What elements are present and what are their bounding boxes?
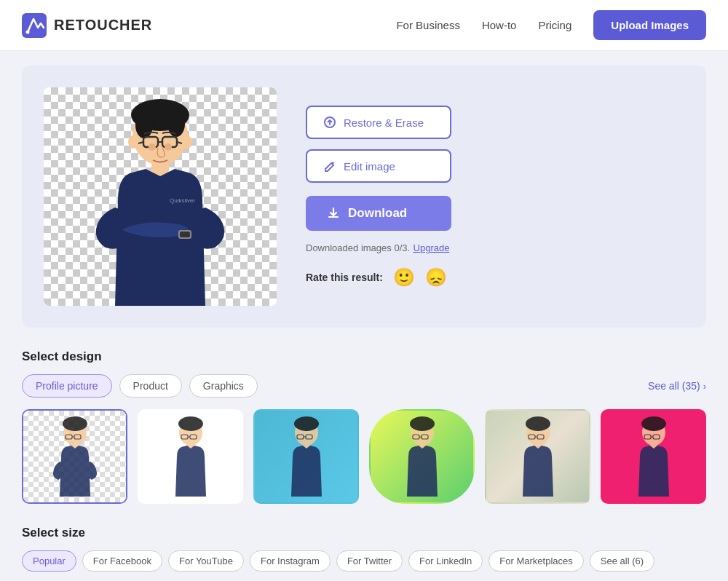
- rate-good-button[interactable]: 🙂: [393, 267, 415, 288]
- main-content: Quiksilver Restore & Erase: [0, 51, 728, 581]
- size-filter-instagram[interactable]: For Instagram: [250, 550, 331, 572]
- see-all-designs[interactable]: See all (35) ›: [648, 380, 706, 392]
- svg-point-18: [165, 143, 172, 151]
- edit-icon: [323, 159, 336, 173]
- svg-point-12: [182, 135, 192, 149]
- svg-point-40: [410, 416, 435, 431]
- image-container: Quiksilver: [44, 87, 277, 306]
- size-filter-linkedin[interactable]: For LinkedIn: [408, 550, 483, 572]
- svg-point-17: [149, 143, 156, 151]
- svg-point-28: [178, 416, 203, 431]
- design-grid: [22, 409, 706, 504]
- design-filter-profile[interactable]: Profile picture: [22, 374, 112, 398]
- svg-point-4: [135, 112, 153, 138]
- mini-person-1: [50, 416, 100, 497]
- upload-images-button[interactable]: Upload Images: [593, 10, 706, 40]
- svg-point-1: [26, 30, 30, 33]
- nav-how-to[interactable]: How-to: [482, 19, 517, 31]
- restore-erase-button[interactable]: Restore & Erase: [306, 106, 451, 139]
- editor-area: Quiksilver Restore & Erase: [22, 66, 706, 328]
- download-info: Downloaded images 0/3. Upgrade: [306, 241, 684, 254]
- rate-row: Rate this result: 🙂 😞: [306, 267, 684, 288]
- design-filter-graphics[interactable]: Graphics: [189, 374, 258, 398]
- design-card-transparent[interactable]: [22, 409, 127, 504]
- svg-point-22: [63, 416, 87, 431]
- design-filter-product[interactable]: Product: [119, 374, 182, 398]
- design-card-blob[interactable]: [369, 409, 475, 504]
- upgrade-link[interactable]: Upgrade: [414, 242, 450, 253]
- size-filter-twitter[interactable]: For Twitter: [336, 550, 403, 572]
- design-section-title: Select design: [22, 349, 706, 364]
- svg-point-46: [526, 416, 550, 431]
- size-filter-marketplaces[interactable]: For Marketplaces: [488, 550, 583, 572]
- design-card-room[interactable]: [485, 409, 590, 504]
- chevron-right-icon: ›: [703, 381, 706, 392]
- size-filter-popular[interactable]: Popular: [22, 550, 76, 572]
- mini-person-3: [281, 416, 332, 497]
- design-card-teal[interactable]: [253, 409, 359, 504]
- main-nav: For Business How-to Pricing Upload Image…: [396, 10, 706, 40]
- mini-person-6: [628, 416, 679, 497]
- logo: RETOUCHER: [22, 13, 152, 38]
- size-filter-youtube[interactable]: For YouTube: [168, 550, 244, 572]
- mini-person-4: [397, 416, 448, 497]
- svg-point-52: [641, 416, 666, 431]
- mini-person-2: [165, 416, 216, 497]
- design-card-white[interactable]: [138, 409, 243, 504]
- size-filter-seeall[interactable]: See all (6): [590, 550, 654, 572]
- person-image: Quiksilver: [66, 95, 255, 306]
- nav-for-business[interactable]: For Business: [396, 19, 460, 31]
- download-icon: [326, 206, 341, 221]
- editor-controls: Restore & Erase Edit image Download Down…: [306, 106, 684, 288]
- svg-point-11: [128, 135, 138, 149]
- rate-bad-button[interactable]: 😞: [425, 267, 447, 288]
- size-filter-facebook[interactable]: For Facebook: [82, 550, 162, 572]
- size-filter-row: Popular For Facebook For YouTube For Ins…: [22, 550, 706, 572]
- nav-pricing[interactable]: Pricing: [538, 19, 571, 31]
- logo-text: RETOUCHER: [54, 17, 152, 33]
- design-filter-row: Profile picture Product Graphics See all…: [22, 374, 706, 398]
- svg-rect-15: [180, 232, 190, 237]
- logo-icon: [22, 13, 47, 38]
- edit-image-button[interactable]: Edit image: [306, 149, 451, 183]
- svg-point-34: [294, 416, 319, 431]
- svg-text:Quiksilver: Quiksilver: [170, 197, 195, 204]
- size-section-title: Select size: [22, 526, 706, 540]
- design-card-pink[interactable]: [601, 409, 706, 504]
- size-section: Select size Popular For Facebook For You…: [22, 526, 706, 581]
- download-button[interactable]: Download: [306, 196, 451, 231]
- header: RETOUCHER For Business How-to Pricing Up…: [0, 0, 728, 51]
- design-section: Select design Profile picture Product Gr…: [22, 349, 706, 504]
- mini-person-5: [513, 416, 563, 497]
- restore-icon: [323, 116, 336, 129]
